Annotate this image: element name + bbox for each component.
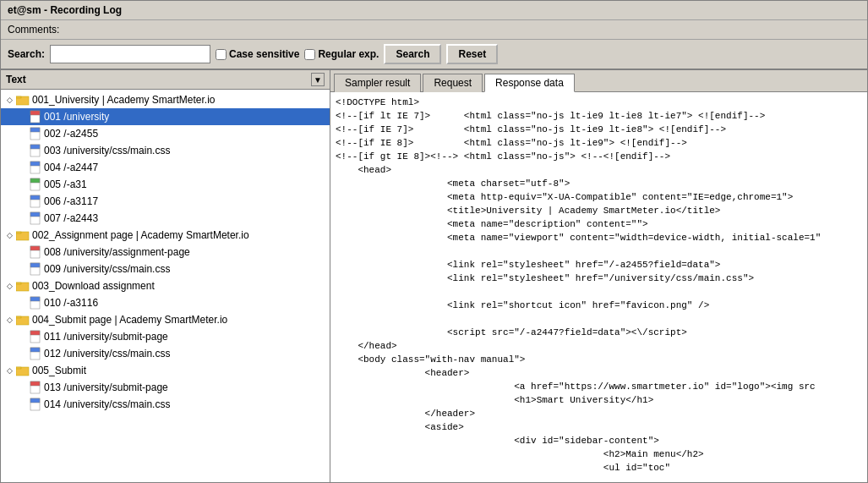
file-icon: [30, 161, 41, 174]
svg-rect-17: [16, 232, 21, 233]
tree-group-item[interactable]: ◇ 004_Submit page | Academy SmartMeter.i…: [1, 311, 330, 328]
main-window: et@sm - Recording Log Comments: Search: …: [0, 0, 868, 483]
tree-view: ◇ 001_University | Academy SmartMeter.io…: [1, 90, 330, 482]
tree-group-item[interactable]: ◇ 001_University | Academy SmartMeter.io: [1, 91, 330, 108]
svg-rect-27: [16, 316, 21, 318]
regex-label[interactable]: Regular exp.: [304, 48, 379, 60]
left-panel-title: Text: [6, 74, 311, 85]
svg-rect-37: [30, 398, 40, 403]
svg-rect-15: [30, 212, 40, 217]
tree-file-item[interactable]: 014 /university/css/main.css: [1, 396, 330, 413]
tree-file-item[interactable]: 003 /university/css/main.css: [1, 142, 330, 159]
file-icon: [30, 211, 41, 225]
left-panel-header: Text ▼: [1, 70, 330, 90]
file-icon: [30, 195, 41, 208]
tree-item-label: 014 /university/css/main.css: [44, 397, 170, 412]
tree-item-label: 003 /university/css/main.css: [44, 143, 170, 158]
code-view[interactable]: <!DOCTYPE html> <!--[if lt IE 7]> <html …: [330, 92, 867, 482]
file-icon: [30, 127, 41, 140]
search-button[interactable]: Search: [384, 44, 441, 64]
svg-rect-33: [16, 367, 21, 369]
svg-rect-25: [30, 297, 40, 301]
tree-file-item[interactable]: 005 /-a31: [1, 176, 330, 193]
tree-item-label: 001 /university: [44, 109, 109, 124]
tree-item-label: 009 /university/css/main.css: [44, 261, 170, 277]
file-icon: [30, 330, 41, 343]
file-icon: [30, 110, 41, 123]
tree-item-label: 007 /-a2443: [44, 211, 98, 226]
folder-icon: [16, 94, 30, 106]
tree-file-item[interactable]: 010 /-a3116: [1, 294, 330, 311]
tree-item-label: 004 /-a2447: [44, 160, 98, 175]
tree-item-label: 013 /university/submit-page: [44, 380, 168, 395]
svg-rect-19: [30, 246, 40, 250]
tree-item-label: 011 /university/submit-page: [44, 329, 168, 344]
tree-file-item[interactable]: 007 /-a2443: [1, 210, 330, 227]
left-panel: Text ▼ ◇ 001_University | Academy SmartM…: [1, 70, 330, 482]
file-icon: [30, 178, 41, 191]
tab-response[interactable]: Response data: [484, 74, 575, 92]
tree-item-label: 002_Assignment page | Academy SmartMeter…: [32, 228, 249, 243]
expand-icon: ◇: [4, 281, 14, 291]
folder-icon: [16, 229, 30, 241]
svg-rect-35: [30, 381, 40, 386]
tree-file-item[interactable]: 004 /-a2447: [1, 159, 330, 176]
tree-file-item[interactable]: 013 /university/submit-page: [1, 379, 330, 396]
svg-rect-29: [30, 331, 40, 335]
tree-item-label: 004_Submit page | Academy SmartMeter.io: [32, 312, 227, 327]
svg-rect-5: [30, 128, 40, 132]
tree-file-item[interactable]: 002 /-a2455: [1, 125, 330, 142]
tab-request[interactable]: Request: [423, 74, 483, 92]
reset-button[interactable]: Reset: [446, 44, 498, 64]
svg-rect-21: [30, 263, 40, 267]
file-icon: [30, 262, 41, 276]
file-icon: [30, 245, 41, 259]
main-content: Text ▼ ◇ 001_University | Academy SmartM…: [1, 70, 867, 482]
tree-file-item[interactable]: 006 /-a3117: [1, 193, 330, 210]
file-icon: [30, 296, 41, 310]
tree-item-label: 006 /-a3117: [44, 194, 98, 209]
tab-sampler[interactable]: Sampler result: [334, 74, 421, 92]
file-icon: [30, 398, 41, 411]
tree-item-label: 001_University | Academy SmartMeter.io: [32, 92, 216, 107]
tree-item-label: 005_Submit: [32, 363, 86, 378]
comments-label: Comments:: [8, 24, 59, 36]
tree-file-item[interactable]: 008 /university/assignment-page: [1, 244, 330, 261]
search-input[interactable]: [50, 45, 210, 63]
tree-group-item[interactable]: ◇ 005_Submit: [1, 362, 330, 379]
tree-file-item[interactable]: 009 /university/css/main.css: [1, 261, 330, 277]
expand-icon: ◇: [4, 365, 14, 376]
title-bar: et@sm - Recording Log: [1, 1, 867, 20]
tree-file-item[interactable]: 011 /university/submit-page: [1, 328, 330, 345]
tree-group-item[interactable]: ◇ 002_Assignment page | Academy SmartMet…: [1, 227, 330, 244]
tree-item-label: 005 /-a31: [44, 177, 87, 192]
svg-rect-11: [30, 178, 40, 183]
folder-icon: [16, 280, 30, 292]
svg-rect-9: [30, 162, 40, 166]
folder-icon: [16, 365, 30, 376]
comments-bar: Comments:: [1, 20, 867, 40]
case-sensitive-label[interactable]: Case sensitive: [216, 48, 299, 60]
svg-rect-3: [30, 111, 40, 115]
tree-item-label: 003_Download assignment: [32, 278, 155, 294]
file-icon: [30, 381, 41, 394]
right-panel: Sampler resultRequestResponse data <!DOC…: [330, 70, 867, 482]
window-title: et@sm - Recording Log: [8, 4, 122, 16]
regex-checkbox[interactable]: [304, 49, 315, 60]
tree-file-item[interactable]: 001 /university: [1, 108, 330, 125]
tree-item-label: 012 /university/css/main.css: [44, 346, 170, 361]
svg-rect-7: [30, 145, 40, 149]
search-bar: Search: Case sensitive Regular exp. Sear…: [1, 40, 867, 70]
case-sensitive-checkbox[interactable]: [216, 49, 227, 60]
file-icon: [30, 347, 41, 360]
tree-file-item[interactable]: 012 /university/css/main.css: [1, 345, 330, 362]
tree-group-item[interactable]: ◇ 003_Download assignment: [1, 277, 330, 294]
tree-item-label: 002 /-a2455: [44, 126, 98, 141]
svg-rect-1: [16, 96, 21, 98]
file-icon: [30, 144, 41, 157]
dropdown-arrow[interactable]: ▼: [311, 73, 325, 86]
folder-icon: [16, 314, 30, 326]
expand-icon: ◇: [4, 230, 14, 240]
expand-icon: ◇: [4, 95, 14, 105]
svg-rect-31: [30, 348, 40, 352]
